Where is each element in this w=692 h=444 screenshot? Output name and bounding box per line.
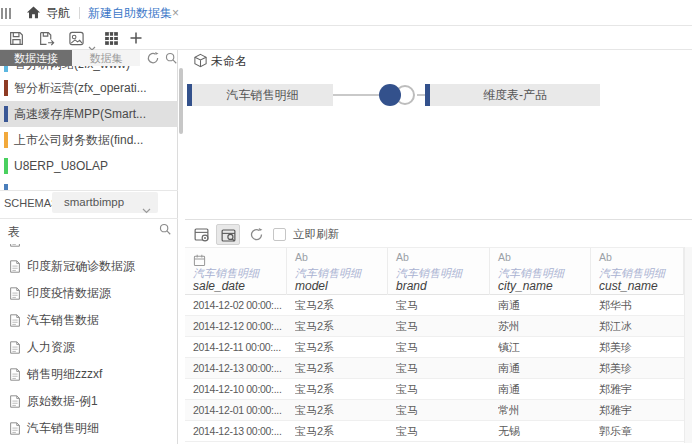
- main-canvas: 未命名 汽车销售明细 维度表-产品 立即刷新 汽车销售明细sale_dateAb…: [185, 50, 692, 444]
- add-icon[interactable]: [128, 30, 144, 50]
- column-field-name: sale_date: [193, 279, 245, 293]
- schemas-label: SCHEMAS: [4, 197, 58, 209]
- table-item-label: 销售明细zzzxf: [27, 361, 102, 388]
- home-icon[interactable]: [26, 5, 41, 24]
- table-grid-icon[interactable]: [103, 30, 120, 51]
- save-icon[interactable]: [8, 30, 25, 51]
- main-toolbar: [0, 26, 692, 50]
- table-list-item[interactable]: 印度新冠确诊数据源: [0, 253, 178, 280]
- table-doc-icon: [8, 259, 22, 278]
- string-type-icon: Ab: [396, 251, 409, 263]
- table-list-item[interactable]: 人力资源: [0, 334, 178, 361]
- connection-item[interactable]: U8ERP_U8OLAP: [0, 153, 178, 179]
- column-field-name: model: [295, 279, 328, 293]
- connection-color-bar: [4, 158, 8, 174]
- table-list-item[interactable]: 印度疫情数据源: [0, 280, 178, 307]
- table-cell: 宝马: [396, 379, 488, 399]
- tables-search-icon[interactable]: [158, 222, 172, 240]
- chevron-down-icon: [142, 200, 151, 218]
- table-cell: 南通: [498, 379, 589, 399]
- table-item-label: 汽车销售明细: [27, 415, 99, 442]
- flow-node-dimension-table[interactable]: 维度表-产品: [425, 84, 600, 106]
- connection-color-bar: [4, 106, 8, 122]
- table-doc-icon: [8, 244, 22, 252]
- table-cell: 宝马: [396, 400, 488, 420]
- window-bars-icon: [1, 8, 11, 19]
- schemas-select[interactable]: smartbimpp: [52, 192, 158, 213]
- sidebar-scrollbar[interactable]: [179, 68, 183, 134]
- tab-data-connections[interactable]: 数据连接: [0, 50, 72, 66]
- table-cell: 郑雅宇: [599, 379, 682, 399]
- table-cell: 宝马: [396, 295, 488, 315]
- schemas-selected-value: smartbimpp: [64, 192, 124, 213]
- refresh-now-checkbox[interactable]: [273, 228, 286, 241]
- table-doc-icon: [8, 421, 22, 440]
- table-list-item[interactable]: 销售明细zzzxf: [0, 361, 178, 388]
- table-row: 2014-12-12 00:00:...宝马2系宝马苏州郑江冰: [185, 316, 692, 337]
- nav-tab-label[interactable]: 导航: [46, 0, 70, 26]
- table-cell: 宝马2系: [295, 421, 386, 441]
- table-item-label: 汽车销售数据: [27, 307, 99, 334]
- table-cell: 郑美珍: [599, 358, 682, 378]
- table-cell: 宝马: [396, 358, 488, 378]
- preview-scrollbar[interactable]: [684, 247, 692, 443]
- connection-color-bar: [4, 80, 8, 96]
- connection-item[interactable]: 智分析运营(zfx_operati...: [0, 75, 178, 101]
- table-cell: 无锡: [498, 421, 589, 441]
- table-cell: 宝马: [396, 421, 488, 441]
- connection-item[interactable]: 高速缓存库MPP(Smart...: [0, 101, 178, 127]
- connection-label: 智分析网站(zfx_www): [14, 66, 130, 75]
- preview-refresh-icon[interactable]: [249, 227, 264, 246]
- column-header-sale_date[interactable]: 汽车销售明细sale_date: [185, 248, 287, 296]
- column-header-brand[interactable]: Ab汽车销售明细brand: [388, 248, 490, 296]
- table-doc-icon: [8, 394, 22, 413]
- top-tab-bar: 导航 新建自助数据集 ×: [0, 0, 692, 26]
- table-list-item[interactable]: 汽车销售数据: [0, 307, 178, 334]
- flow-node-source-table[interactable]: 汽车销售明细: [187, 84, 333, 106]
- table-cell: 常州: [498, 400, 589, 420]
- string-type-icon: Ab: [295, 251, 308, 263]
- table-list: 印度新冠确诊数据源印度疫情数据源汽车销售数据人力资源销售明细zzzxf原始数据-…: [0, 244, 178, 442]
- connection-item[interactable]: 上市公司财务数据(find...: [0, 127, 178, 153]
- connection-color-bar: [4, 132, 8, 148]
- sidebar: 数据连接 数据集 智分析网站(zfx_www)智分析运营(zfx_operati…: [0, 50, 178, 444]
- table-cell: 苏州: [498, 316, 589, 336]
- app-window: 导航 新建自助数据集 × 数据连接 数据集: [0, 0, 692, 444]
- export-image-icon[interactable]: [68, 30, 85, 51]
- sidebar-tabs: 数据连接 数据集: [0, 50, 178, 66]
- dataset-cube-icon: [193, 53, 208, 72]
- preview-header: 汽车销售明细sale_dateAb汽车销售明细modelAb汽车销售明细bran…: [185, 247, 692, 295]
- tab-datasets[interactable]: 数据集: [72, 50, 140, 66]
- table-cell: 2014-12-01 00:00:...: [193, 400, 285, 420]
- table-cell: 2014-12-11 00:00:...: [193, 337, 285, 357]
- table-cell: 镇江: [498, 337, 589, 357]
- preview-body: 2014-12-02 00:00:...宝马2系宝马南通郑华书2014-12-1…: [185, 295, 692, 442]
- join-node-filled-circle[interactable]: [379, 84, 401, 106]
- table-cell: 宝马: [396, 337, 488, 357]
- table-list-item[interactable]: [0, 244, 178, 253]
- table-item-label: 印度疫情数据源: [27, 280, 111, 307]
- column-header-model[interactable]: Ab汽车销售明细model: [287, 248, 388, 296]
- string-type-icon: Ab: [599, 251, 612, 263]
- column-header-cust_name[interactable]: Ab汽车销售明细cust_name: [591, 248, 684, 296]
- table-list-item[interactable]: 汽车销售明细: [0, 415, 178, 442]
- save-as-icon[interactable]: [38, 30, 55, 51]
- column-header-city_name[interactable]: Ab汽车销售明细city_name: [490, 248, 591, 296]
- preview-panel: 立即刷新 汽车销售明细sale_dateAb汽车销售明细modelAb汽车销售明…: [185, 219, 692, 444]
- table-cell: 宝马2系: [295, 337, 386, 357]
- table-doc-icon: [8, 367, 22, 386]
- connection-item[interactable]: 智分析网站(zfx_www): [0, 66, 178, 75]
- table-cell: 2014-12-12 00:00:...: [193, 316, 285, 336]
- table-cell: 宝马2系: [295, 295, 386, 315]
- connection-item[interactable]: [0, 179, 178, 190]
- table-settings-icon[interactable]: [193, 226, 210, 247]
- connection-color-bar: [4, 66, 8, 72]
- table-cell: 郑美珍: [599, 337, 682, 357]
- tab-close-icon[interactable]: ×: [172, 0, 179, 26]
- table-item-label: 印度新冠确诊数据源: [27, 253, 135, 280]
- table-cell: 南通: [498, 358, 589, 378]
- connection-list: 智分析网站(zfx_www)智分析运营(zfx_operati...高速缓存库M…: [0, 66, 178, 190]
- document-tab-title[interactable]: 新建自助数据集: [88, 0, 172, 26]
- table-preview-icon-active[interactable]: [216, 224, 240, 245]
- table-list-item[interactable]: 原始数据-例1: [0, 388, 178, 415]
